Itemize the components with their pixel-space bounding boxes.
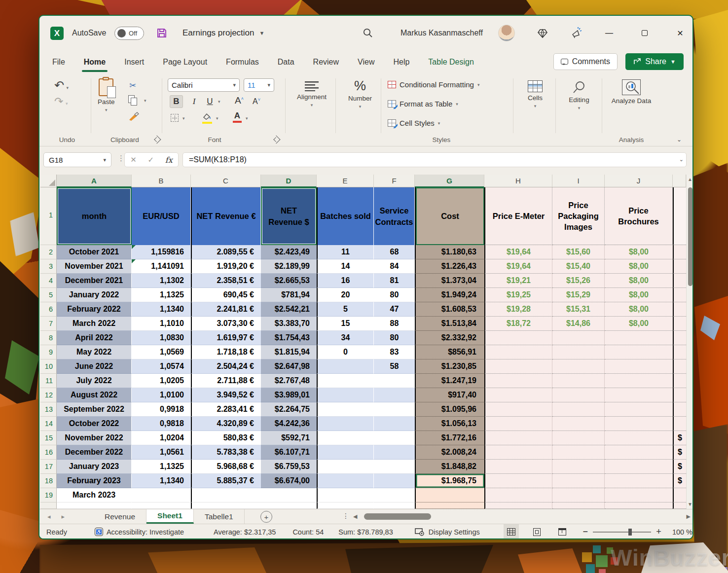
row-header-16[interactable]: 16 [40, 445, 57, 460]
cell-styles-button[interactable]: Cell Styles▾ [388, 119, 440, 127]
cell-J10[interactable] [605, 359, 673, 374]
select-all-corner[interactable] [40, 175, 57, 187]
cell-D10[interactable]: $2.647,98 [261, 359, 317, 374]
cell-K2[interactable] [673, 245, 686, 259]
table-header-month[interactable]: month [57, 187, 132, 245]
premium-gem-icon[interactable] [537, 28, 548, 39]
enter-formula-icon[interactable]: ✓ [148, 155, 154, 164]
row-header-17[interactable]: 17 [40, 460, 57, 474]
sheet-nav-left-icon[interactable]: ◂ [47, 513, 51, 520]
underline-button[interactable]: U [203, 95, 217, 108]
close-button[interactable]: ✕ [672, 25, 689, 41]
row-header-18[interactable]: 18 [40, 474, 57, 488]
cell-row20-partial-7[interactable] [484, 502, 552, 509]
sheet-tab-tabelle1[interactable]: Tabelle1 [194, 509, 245, 524]
column-header-A[interactable]: A [57, 175, 132, 187]
table-header-price-e-meter[interactable]: Price E-Meter [484, 187, 552, 245]
cell-H4[interactable]: $19,21 [484, 274, 552, 288]
cell-H10[interactable] [484, 359, 552, 374]
cell-I19[interactable] [552, 488, 605, 502]
table-header-net-revenue-[interactable]: NET Revenue € [191, 187, 261, 245]
cell-D7[interactable]: $3.383,70 [261, 317, 317, 331]
cell-F5[interactable]: 80 [374, 288, 415, 302]
cell-F10[interactable]: 58 [374, 359, 415, 374]
cell-H16[interactable] [484, 445, 552, 460]
number-group-button[interactable]: % Number ▾ [341, 79, 379, 109]
column-header-B[interactable]: B [132, 175, 191, 187]
cell-F12[interactable] [374, 388, 415, 402]
cell-C16[interactable]: 5.783,38 € [191, 445, 261, 460]
cell-A6[interactable]: February 2022 [57, 302, 132, 317]
cell-K13[interactable] [673, 402, 686, 417]
cell-H12[interactable] [484, 388, 552, 402]
column-header-I[interactable]: I [552, 175, 605, 187]
cell-B7[interactable]: 1,1010 [132, 317, 191, 331]
cell-A15[interactable]: November 2022 [57, 431, 132, 445]
cell-I4[interactable]: $15,26 [552, 274, 605, 288]
cell-row20-partial-5[interactable] [374, 502, 415, 509]
cell-J13[interactable] [605, 402, 673, 417]
cell-J8[interactable] [605, 331, 673, 345]
horizontal-scrollbar[interactable]: ◀ ▶ [353, 511, 691, 523]
cell-C13[interactable]: 2.283,41 € [191, 402, 261, 417]
cell-G6[interactable]: $1.608,53 [415, 302, 484, 317]
cell-A13[interactable]: September 2022 [57, 402, 132, 417]
cell-G4[interactable]: $1.373,04 [415, 274, 484, 288]
column-header-F[interactable]: F [374, 175, 415, 187]
row-header-13[interactable]: 13 [40, 402, 57, 417]
cell-B18[interactable]: 1,1340 [132, 474, 191, 488]
analyze-data-button[interactable]: Analyze Data [607, 79, 656, 106]
cell-H15[interactable] [484, 431, 552, 445]
font-color-chevron-icon[interactable]: ▾ [246, 116, 248, 121]
sheet-nav-right-icon[interactable]: ▸ [62, 513, 65, 520]
cell-I8[interactable] [552, 331, 605, 345]
fill-color-chevron-icon[interactable]: ▾ [216, 116, 218, 121]
formula-bar-handle[interactable]: ⋮ [117, 154, 125, 163]
minimize-button[interactable]: — [601, 25, 618, 41]
tab-formulas[interactable]: Formulas [225, 56, 260, 69]
cell-A4[interactable]: December 2021 [57, 274, 132, 288]
cell-G15[interactable]: $1.772,16 [415, 431, 484, 445]
table-header-price-packaging-images[interactable]: Price Packaging Images [552, 187, 605, 245]
borders-button[interactable] [171, 114, 179, 122]
cell-E13[interactable] [317, 402, 374, 417]
clipboard-dialog-launcher[interactable] [153, 136, 161, 144]
cells-group-button[interactable]: Cells ▾ [519, 80, 551, 108]
cell-I5[interactable]: $15,29 [552, 288, 605, 302]
cell-C10[interactable]: 2.504,24 € [191, 359, 261, 374]
cell-B2[interactable]: 1,159816 [132, 245, 191, 259]
cell-D5[interactable]: $781,94 [261, 288, 317, 302]
cell-B15[interactable]: 1,0204 [132, 431, 191, 445]
row-header-2[interactable]: 2 [40, 245, 57, 259]
cell-F11[interactable] [374, 374, 415, 388]
italic-button[interactable]: I [187, 95, 201, 108]
column-header-K-partial[interactable] [673, 175, 686, 187]
cell-G5[interactable]: $1.949,24 [415, 288, 484, 302]
cell-B9[interactable]: 1,0569 [132, 345, 191, 359]
cell-G3[interactable]: $1.226,43 [415, 259, 484, 274]
cell-G18[interactable]: $1.968,75 [415, 474, 484, 488]
cell-B5[interactable]: 1,1325 [132, 288, 191, 302]
status-sum[interactable]: Sum: $78.789,83 [338, 528, 393, 536]
cell-E15[interactable] [317, 431, 374, 445]
cancel-formula-icon[interactable]: ✕ [130, 155, 137, 164]
editing-group-button[interactable]: Editing ▾ [560, 80, 598, 110]
cell-row20-partial-9[interactable] [605, 502, 673, 509]
cell-F18[interactable] [374, 474, 415, 488]
tab-table-design[interactable]: Table Design [427, 56, 475, 69]
cell-G12[interactable]: $917,40 [415, 388, 484, 402]
cell-K6[interactable] [673, 302, 686, 317]
cell-E19[interactable] [317, 488, 374, 502]
cell-I9[interactable] [552, 345, 605, 359]
tab-help[interactable]: Help [392, 56, 410, 69]
cell-H11[interactable] [484, 374, 552, 388]
cell-K4[interactable] [673, 274, 686, 288]
autosave-toggle[interactable]: Off [114, 27, 144, 40]
cell-K19[interactable] [673, 488, 686, 502]
cell-B14[interactable]: 0,9818 [132, 417, 191, 431]
cell-K5[interactable] [673, 288, 686, 302]
table-header-service-contracts[interactable]: Service Contracts [374, 187, 415, 245]
zoom-slider-thumb[interactable] [628, 529, 632, 536]
cell-D11[interactable]: $2.767,48 [261, 374, 317, 388]
row-header-6[interactable]: 6 [40, 302, 57, 317]
